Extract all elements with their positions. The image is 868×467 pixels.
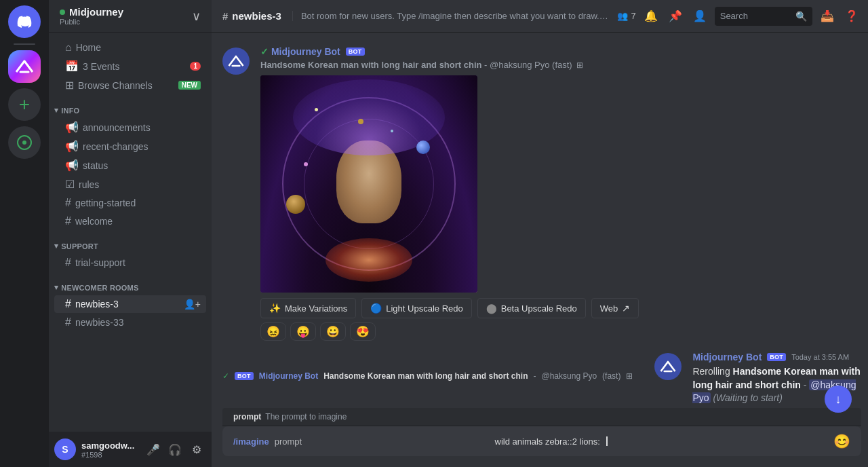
channel-newbies-3[interactable]: # newbies-3 👤+ [54, 295, 206, 313]
user-tag: #1598 [81, 451, 138, 459]
message-buttons: ✨ Make Variations 🔵 Light Upscale Redo ⬤… [260, 298, 861, 318]
inline-separator: - [534, 371, 536, 381]
inline-bot-badge: BOT [235, 372, 254, 380]
command-label: /imagine [233, 436, 269, 447]
emoji-picker-button[interactable]: 😊 [833, 433, 850, 449]
inline-author: Midjourney Bot [259, 371, 318, 381]
add-member-icon: 👤+ [184, 299, 201, 310]
inline-mention: @haksung Pyo [490, 60, 549, 70]
home-icon: ⌂ [65, 41, 72, 54]
category-newcomer-rooms[interactable]: ▾ NEWCOMER ROOMS [49, 272, 212, 295]
collapse-icon: ▾ [54, 106, 58, 115]
search-icon: 🔍 [795, 11, 807, 22]
tired-emoji: 😖 [267, 325, 280, 338]
make-variations-button[interactable]: ✨ Make Variations [260, 298, 356, 318]
message-reactions: 😖 😛 😀 😍 [260, 322, 861, 341]
online-indicator [60, 10, 65, 15]
bot-badge-2: BOT [767, 353, 786, 361]
channel-announcements[interactable]: 📢 announcements [54, 118, 206, 136]
home-button[interactable]: ⌂ Home [54, 39, 206, 56]
reaction-heart-eyes[interactable]: 😍 [350, 322, 376, 341]
message-header-2: Midjourney Bot BOT Today at 3:55 AM [692, 352, 861, 362]
inline-text: Handsome Korean man with long hair and s… [260, 60, 572, 70]
channel-trial-support[interactable]: # trial-support [54, 254, 206, 272]
prompt-label: prompt [275, 436, 490, 447]
inline-mention2: @haksung Pyo [542, 371, 597, 381]
inline-speed: (fast) [552, 60, 572, 70]
status-megaphone-icon: 📢 [65, 159, 79, 172]
category-info[interactable]: ▾ INFO [49, 95, 212, 117]
settings-button[interactable]: ⚙ [187, 440, 206, 459]
server-name: Midjourney [69, 6, 123, 18]
midjourney-server-icon[interactable] [8, 50, 41, 83]
svg-point-1 [22, 141, 26, 145]
tooltip-label: prompt [233, 412, 261, 422]
user-bar: S samgoodw... #1598 🎤 🎧 ⚙ [49, 432, 212, 467]
web-external-icon: ↗ [622, 303, 630, 314]
channel-recent-changes[interactable]: 📢 recent-changes [54, 137, 206, 155]
server-header[interactable]: Midjourney Public ∨ [49, 0, 212, 33]
channel-welcome[interactable]: # welcome [54, 212, 206, 230]
bot-badge: BOT [346, 48, 365, 56]
events-icon: 📅 [65, 60, 79, 73]
chat-input-container: /imagine prompt wild animals zebra::2 li… [222, 426, 861, 456]
channel-rules[interactable]: ☑ rules [54, 175, 206, 193]
user-controls: 🎤 🎧 ⚙ [144, 440, 206, 459]
channel-newbies-33[interactable]: # newbies-33 [54, 314, 206, 331]
newbies3-hash-icon: # [65, 298, 71, 310]
message-group: ✓ Midjourney Bot BOT Handsome Korean man… [212, 43, 868, 343]
deafen-button[interactable]: 🎧 [165, 440, 184, 459]
hash-icon: # [65, 197, 71, 209]
msg-timestamp-2: Today at 3:55 AM [791, 353, 849, 361]
category-support[interactable]: ▾ SUPPORT [49, 231, 212, 253]
discord-home-button[interactable] [8, 5, 41, 38]
channel-status[interactable]: 📢 status [54, 156, 206, 174]
inline-info: Handsome Korean man with long hair and s… [260, 60, 861, 70]
grid2-icon: ⊞ [626, 371, 633, 381]
members-button[interactable]: 👤 [690, 7, 709, 26]
browse-icon: ⊞ [65, 79, 74, 92]
check-verified-icon: ✓ [222, 371, 229, 381]
browse-channels-badge: NEW [178, 81, 201, 90]
chat-input-value[interactable]: wild animals zebra::2 lions: [495, 436, 600, 447]
light-upscale-redo-button[interactable]: 🔵 Light Upscale Redo [361, 298, 471, 318]
tooltip-desc: The prompt to imagine [265, 412, 347, 422]
tongue-emoji: 😛 [296, 325, 310, 338]
notifications-button[interactable]: 🔔 [642, 7, 660, 26]
web-button[interactable]: Web ↗ [591, 298, 639, 318]
check-icon: ☑ [65, 178, 75, 191]
reaction-tongue[interactable]: 😛 [290, 322, 316, 341]
events-button[interactable]: 📅 3 Events 1 [54, 57, 206, 75]
explore-button[interactable] [8, 126, 41, 159]
server-list: + [0, 0, 49, 467]
reaction-tired[interactable]: 😖 [260, 322, 286, 341]
user-info: samgoodw... #1598 [81, 441, 138, 459]
mute-button[interactable]: 🎤 [144, 440, 163, 459]
channel-list: ⌂ Home 📅 3 Events 1 ⊞ Browse Channels NE… [49, 33, 212, 432]
channel-getting-started[interactable]: # getting-started [54, 194, 206, 212]
help-button[interactable]: ❓ [842, 7, 861, 26]
channel-header-desc: Bot room for new users. Type /imagine th… [292, 11, 610, 21]
channel-sidebar: Midjourney Public ∨ ⌂ Home 📅 3 Events 1 … [49, 0, 212, 467]
message-image[interactable] [260, 75, 477, 293]
search-box[interactable]: Search 🔍 [715, 7, 812, 26]
support-collapse-icon: ▾ [54, 242, 58, 250]
add-server-button[interactable]: + [8, 88, 41, 121]
reaction-smile[interactable]: 😀 [320, 322, 346, 341]
scroll-to-bottom-button[interactable]: ↓ [825, 386, 852, 408]
message-group-2: ✓ BOT Midjourney Bot Handsome Korean man… [212, 349, 868, 408]
messages-area[interactable]: ✓ Midjourney Bot BOT Handsome Korean man… [212, 33, 868, 408]
input-area: prompt The prompt to imagine /imagine pr… [212, 408, 868, 467]
bot2-avatar [654, 353, 682, 380]
light-upscale-icon: 🔵 [370, 303, 382, 314]
chevron-down-icon: ∨ [192, 9, 201, 24]
author-check-icon: ✓ [260, 46, 269, 57]
msg-author: ✓ Midjourney Bot [260, 46, 340, 57]
inbox-button[interactable]: 📥 [818, 7, 837, 26]
heart-eyes-emoji: 😍 [356, 325, 370, 338]
trial-hash-icon: # [65, 257, 71, 269]
browse-channels-button[interactable]: ⊞ Browse Channels NEW [54, 76, 206, 94]
member-icon: 👥 [617, 11, 628, 21]
pin-button[interactable]: 📌 [666, 7, 685, 26]
beta-upscale-redo-button[interactable]: ⬤ Beta Upscale Redo [477, 298, 586, 318]
